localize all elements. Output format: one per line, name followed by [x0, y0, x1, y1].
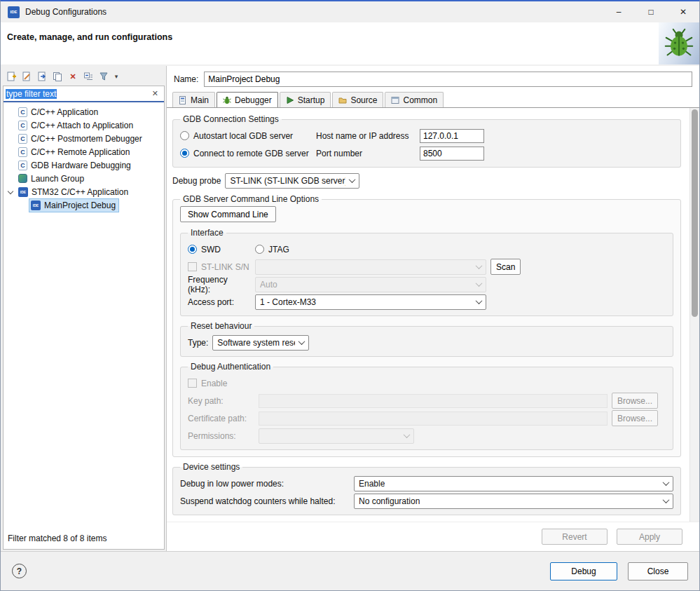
key-path-browse-button[interactable]: Browse...: [612, 393, 658, 409]
header-art: [659, 22, 699, 64]
group-title: Debug Authentication: [188, 362, 273, 372]
tree-item-cpp-postmortem[interactable]: CC/C++ Postmortem Debugger: [4, 132, 164, 145]
tree-item-label: C/C++ Postmortem Debugger: [31, 134, 142, 144]
startup-tab-icon: [286, 96, 294, 104]
scrollbar-thumb[interactable]: [692, 109, 698, 317]
reset-type-select[interactable]: Software system reset: [212, 335, 309, 351]
c-application-icon: C: [18, 107, 27, 117]
tree-item-label: C/C++ Attach to Application: [31, 121, 133, 130]
permissions-select[interactable]: [259, 428, 414, 444]
group-title: GDB Connection Settings: [180, 114, 282, 124]
frequency-label: Frequency (kHz):: [188, 275, 251, 294]
tab-main[interactable]: Main: [172, 92, 215, 107]
watchdog-value: No configuration: [359, 496, 420, 506]
export-configuration-button[interactable]: [35, 69, 49, 83]
c-application-icon: C: [18, 121, 27, 130]
frequency-select[interactable]: Auto: [255, 277, 486, 292]
configurations-tree: CC/C++ Application CC/C++ Attach to Appl…: [4, 102, 164, 529]
help-button[interactable]: ?: [12, 564, 27, 578]
launch-group-icon: [18, 174, 27, 183]
tab-label: Startup: [298, 95, 325, 105]
clear-filter-icon[interactable]: ✕: [149, 89, 161, 98]
debug-probe-select[interactable]: ST-LINK (ST-LINK GDB server): [225, 173, 359, 189]
name-input[interactable]: [204, 72, 692, 87]
show-command-line-button[interactable]: Show Command Line: [180, 206, 276, 222]
help-icon: ?: [17, 566, 22, 576]
tree-item-cpp-application[interactable]: CC/C++ Application: [4, 105, 164, 118]
jtag-radio[interactable]: [255, 245, 264, 254]
tree-item-mainproject-debug[interactable]: IDEMainProject Debug: [4, 198, 164, 212]
debug-probe-label: Debug probe: [172, 176, 221, 186]
filter-configurations-button[interactable]: [97, 69, 111, 83]
host-input[interactable]: [420, 129, 484, 143]
dropdown-chevron-icon: [349, 176, 356, 183]
tab-common[interactable]: Common: [385, 92, 444, 107]
reset-type-value: Software system reset: [217, 338, 295, 348]
autostart-local-gdb-radio[interactable]: [180, 131, 189, 140]
tab-bar: Main Debugger Startup: [167, 92, 699, 107]
collapse-all-button[interactable]: [81, 69, 95, 83]
vertical-scrollbar[interactable]: [689, 108, 699, 522]
low-power-label: Debug in low power modes:: [180, 479, 350, 489]
stlink-sn-checkbox[interactable]: [188, 262, 197, 271]
tree-item-gdb-hardware[interactable]: CGDB Hardware Debugging: [4, 158, 164, 172]
duplicate-configuration-button[interactable]: [50, 69, 64, 83]
main-tab-icon: [179, 96, 187, 104]
minimize-button[interactable]: –: [603, 1, 635, 22]
stlink-sn-label: ST-LINK S/N: [201, 262, 249, 272]
stlink-sn-select[interactable]: [255, 259, 486, 275]
certificate-path-label: Certificate path:: [188, 414, 254, 423]
tree-item-cpp-remote[interactable]: CC/C++ Remote Application: [4, 145, 164, 158]
new-prototype-button[interactable]: [20, 69, 34, 83]
port-input[interactable]: [420, 147, 484, 161]
delete-icon: ✕: [69, 72, 76, 81]
filter-input[interactable]: type filter text: [6, 89, 149, 99]
delete-configuration-button[interactable]: ✕: [66, 69, 80, 83]
revert-button[interactable]: Revert: [542, 529, 608, 545]
tree-item-launch-group[interactable]: Launch Group: [4, 172, 164, 185]
tab-startup[interactable]: Startup: [280, 92, 331, 107]
device-settings-group: Device settings Debug in low power modes…: [172, 462, 681, 515]
autostart-local-gdb-label: Autostart local GDB server: [193, 131, 293, 141]
debugger-tab-icon: [223, 96, 231, 104]
close-button[interactable]: Close: [628, 562, 688, 580]
gdb-hardware-icon: C: [18, 161, 27, 170]
new-prototype-icon: [21, 71, 32, 82]
tab-label: Main: [191, 95, 209, 105]
maximize-button[interactable]: □: [635, 1, 667, 22]
certificate-path-browse-button[interactable]: Browse...: [612, 410, 658, 426]
expand-chevron-icon[interactable]: [8, 189, 13, 194]
connect-remote-gdb-radio[interactable]: [180, 149, 189, 158]
titlebar: IDE Debug Configurations – □ ✕: [1, 1, 699, 22]
swd-radio[interactable]: [188, 245, 197, 254]
dialog-header: Create, manage, and run configurations: [1, 22, 699, 64]
tree-item-label: MainProject Debug: [44, 201, 116, 210]
close-window-button[interactable]: ✕: [667, 1, 699, 22]
certificate-path-input[interactable]: [259, 412, 608, 426]
tree-item-cpp-attach[interactable]: CC/C++ Attach to Application: [4, 118, 164, 132]
toolbar-menu-button[interactable]: ▾: [112, 69, 121, 83]
export-icon: [36, 71, 48, 82]
tab-source[interactable]: Source: [332, 92, 383, 107]
dropdown-chevron-icon: [663, 479, 670, 486]
new-configuration-button[interactable]: [4, 69, 18, 83]
scan-button[interactable]: Scan: [490, 259, 521, 275]
tree-item-stm32-application[interactable]: IDESTM32 C/C++ Application: [4, 185, 164, 198]
name-row: Name:: [167, 66, 699, 92]
tab-debugger[interactable]: Debugger: [217, 92, 278, 107]
debug-button[interactable]: Debug: [550, 562, 617, 580]
apply-button[interactable]: Apply: [617, 529, 682, 545]
low-power-select[interactable]: Enable: [354, 476, 673, 491]
key-path-input[interactable]: [259, 394, 608, 408]
source-tab-icon: [338, 96, 347, 104]
watchdog-select[interactable]: No configuration: [354, 494, 673, 509]
auth-enable-checkbox[interactable]: [188, 379, 197, 388]
reset-type-label: Type:: [188, 338, 208, 348]
filter-field[interactable]: type filter text ✕: [4, 86, 164, 102]
group-title: GDB Server Command Line Options: [180, 194, 322, 204]
interface-group: Interface SWD JTAG: [180, 228, 673, 316]
configuration-detail-panel: Name: Main Debugger: [166, 66, 699, 551]
auth-enable-label: Enable: [201, 379, 227, 388]
key-path-label: Key path:: [188, 396, 254, 406]
access-port-select[interactable]: 1 - Cortex-M33: [255, 294, 486, 310]
